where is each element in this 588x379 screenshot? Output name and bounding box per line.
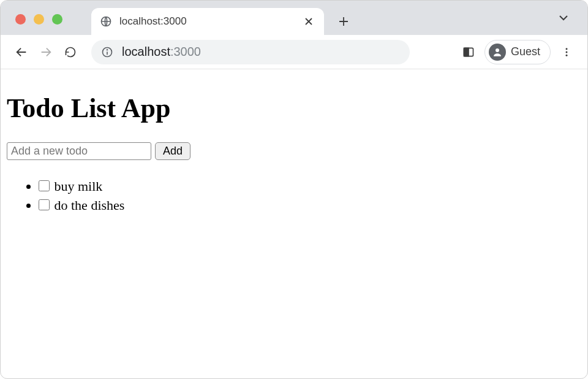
url-port: :3000: [170, 45, 201, 59]
list-item: buy milk: [39, 177, 581, 196]
list-item: do the dishes: [39, 196, 581, 215]
window-minimize-button[interactable]: [34, 14, 44, 25]
window-close-button[interactable]: [15, 14, 26, 25]
tabs-dropdown-icon[interactable]: [558, 12, 569, 23]
toolbar-right: Guest: [458, 40, 578, 64]
new-todo-input[interactable]: [7, 142, 151, 160]
globe-icon: [100, 15, 112, 28]
reload-button[interactable]: [59, 41, 81, 63]
svg-point-12: [496, 48, 499, 52]
add-button[interactable]: Add: [155, 142, 190, 160]
browser-toolbar: localhost:3000 Guest: [1, 35, 587, 69]
new-tab-button[interactable]: [333, 10, 355, 33]
url-host: localhost: [122, 45, 170, 59]
browser-menu-icon[interactable]: [556, 41, 578, 63]
profile-button[interactable]: Guest: [484, 40, 551, 64]
todo-label: buy milk: [55, 178, 103, 194]
todo-label: do the dishes: [55, 197, 125, 213]
svg-point-14: [566, 51, 568, 53]
tab-title: localhost:3000: [119, 15, 302, 28]
browser-tab-strip: localhost:3000: [1, 1, 587, 35]
profile-name: Guest: [511, 45, 540, 58]
back-button[interactable]: [10, 41, 32, 63]
address-bar[interactable]: localhost:3000: [91, 40, 410, 64]
page-content: Todo List App Add buy milk do the dishes: [1, 69, 587, 220]
browser-tab[interactable]: localhost:3000: [91, 8, 324, 35]
close-tab-icon[interactable]: [302, 16, 315, 27]
svg-point-13: [566, 48, 568, 50]
forward-button[interactable]: [35, 41, 57, 63]
todo-checkbox[interactable]: [39, 180, 50, 191]
svg-point-15: [566, 54, 568, 56]
todo-checkbox[interactable]: [39, 199, 50, 210]
side-panel-icon[interactable]: [458, 41, 480, 63]
svg-rect-11: [464, 48, 469, 56]
window-maximize-button[interactable]: [52, 14, 62, 25]
todo-list: buy milk do the dishes: [7, 177, 581, 215]
page-title: Todo List App: [7, 93, 581, 124]
todo-form: Add: [7, 142, 581, 160]
window-controls: [15, 14, 62, 25]
svg-point-9: [107, 49, 108, 50]
avatar-icon: [489, 44, 506, 61]
site-info-icon[interactable]: [101, 46, 113, 58]
